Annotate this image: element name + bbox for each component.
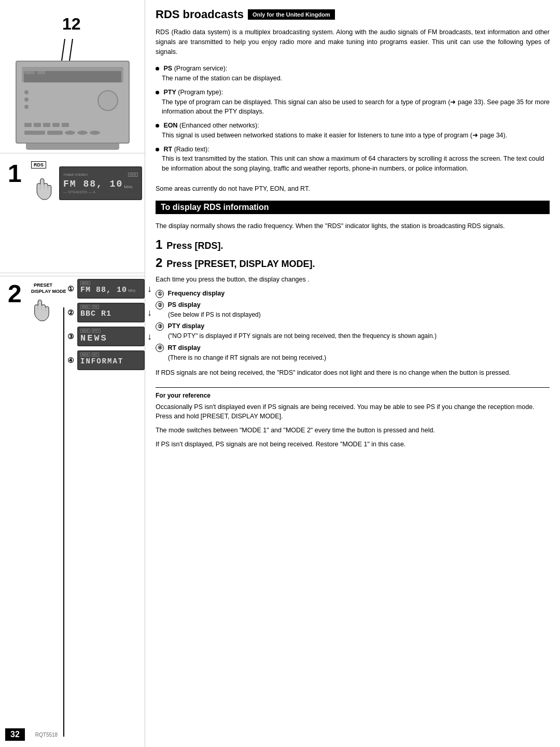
rds-title: RDS broadcasts [156,8,244,21]
bullet-eon: EON (Enhanced other networks): This sign… [156,121,550,140]
seq-display-3: RDS PTY NEWS [77,327,145,346]
bullet-ps: PS (Program service): The name of the st… [156,64,550,83]
seq-display-text-4: INFORMAT [80,357,142,365]
num-circle-2: ② [156,301,164,309]
step-number-1: 1 [8,161,22,186]
pty-badge-seq3: PTY [92,329,101,333]
rt-badge-seq4: RT [92,353,99,357]
rds-badge-seq2: RDS [80,305,90,309]
hand-cursor-icon-2 [29,297,54,326]
right-panel: RDS broadcasts Only for the United Kingd… [145,0,560,747]
step-number-12: 12 [62,15,81,34]
bullet-dot-pty [156,91,159,94]
seq-display-text-2: BBC R1 [80,309,142,318]
reference-para-2: The mode switches between "MODE 1" and "… [156,426,550,435]
seq-display-4: RDS RT INFORMAT [77,350,145,370]
bullet-body-rt: This is text transmitted by the station.… [162,154,550,174]
speakers-indicator: — SPEAKERS — A [63,190,138,194]
seq-item-3: ③ RDS PTY NEWS ↓ [67,327,142,346]
step1-text: Press [RDS]. [166,241,223,251]
sequence-displays: ① RDS FM 88, 10 MHz ↓ [67,279,142,374]
step1-area: 1 RDS TUNED STEREO RDS FM 88, 10 MHz [0,156,145,270]
seq-display-1: RDS FM 88, 10 MHz [77,279,145,299]
rds-label-box: RDS [31,161,46,168]
step-number-2: 2 [8,280,22,307]
ps-badge-seq2: PS [92,305,99,309]
bullet-dot-eon [156,124,159,128]
display-mode-label: DISPLAY MODE [31,289,66,294]
bullet-title-eon: EON [163,122,177,129]
left-panel: 12 [0,0,145,747]
mhz-seq1: MHz [128,289,135,292]
arrow-down-2: ↓ [147,307,152,318]
step2-number: 2 [156,257,162,269]
bullet-dot-ps [156,67,159,71]
step2-area: 2 PRESET DISPLAY MODE ① [0,276,145,742]
reference-section: For your reference Occasionally PS isn't… [156,387,550,454]
seq-item-1: ① RDS FM 88, 10 MHz ↓ [67,279,142,299]
sequence-arrow-line [63,307,64,737]
rds-badge-seq3: RDS [80,329,90,333]
num-title-4: RT display [167,344,200,351]
bullet-body-pty: The type of program can be displayed. Th… [162,97,550,117]
num-sub-4: (There is no change if RT signals are no… [168,353,550,363]
num-title-1: Frequency display [167,290,225,297]
bullet-dot-rt [156,148,159,151]
seq-num-2: ② [67,308,74,317]
num-item-4: ④ RT display (There is no change if RT s… [156,343,550,363]
rds-broadcasts-header: RDS broadcasts Only for the United Kingd… [156,8,550,21]
step1-instruction: 1 Press [RDS]. [156,238,550,251]
num-item-1: ① Frequency display [156,288,550,299]
numbered-items-list: ① Frequency display ② PS display (See be… [156,288,550,364]
rds-badge: RDS [128,173,138,177]
page-number: 32 [5,728,25,741]
tuned-stereo-indicator: TUNED STEREO [63,173,88,176]
num-item-2: ② PS display (See below if PS is not dis… [156,300,550,320]
bullet-body-eon: This signal is used between networked st… [162,131,550,140]
intro-description: RDS (Radio data system) is a multiplex b… [156,27,550,57]
num-circle-1: ① [156,290,164,298]
fm-display-screen-1: TUNED STEREO RDS FM 88, 10 MHz — SPEAKER… [59,166,142,200]
bullet-body-ps: The name of the station can be displayed… [162,74,550,83]
left-divider-2 [0,273,145,273]
no-pty-note: Some areas currently do not have PTY, EO… [156,185,550,192]
bullet-title-ps: PS [163,65,172,72]
arrow-down-1: ↓ [147,284,152,294]
section-header-rds-info: To display RDS information [156,201,550,214]
bullet-pty: PTY (Program type): The type of program … [156,88,550,117]
step2-text: Press [PRESET, DISPLAY MODE]. [166,259,315,270]
bullet-title-rt: RT [163,146,172,153]
num-sub-3: ("NO PTY" is displayed if PTY signals ar… [168,331,550,341]
bullet-rt: RT (Radio text): This is text transmitte… [156,145,550,174]
reference-para-3: If PS isn't displayed, PS signals are no… [156,440,550,449]
num-circle-3: ③ [156,322,164,331]
mhz-label-1: MHz [124,185,132,189]
display-normal-text: The display normally shows the radio fre… [156,221,550,231]
num-item-3: ③ PTY display ("NO PTY" is displayed if … [156,321,550,341]
reference-title: For your reference [156,392,550,399]
seq-item-2: ② RDS PS BBC R1 ↓ [67,303,142,322]
page-footer: 32 RQT5518 [5,728,58,741]
reference-para-1: Occasionally PS isn't displayed even if … [156,402,550,422]
seq-display-text-3: NEWS [80,333,142,343]
seq-display-text-1: FM 88, 10 [80,286,127,294]
rds-badge-seq1: RDS [80,281,90,285]
each-time-text: Each time you press the button, the disp… [156,275,550,285]
uk-only-badge: Only for the United Kingdom [248,9,335,20]
step1-number: 1 [156,238,162,251]
step2-instruction: 2 Press [PRESET, DISPLAY MODE]. [156,257,550,270]
rqt-code: RQT5518 [35,732,58,738]
arrow-down-3: ↓ [147,331,152,342]
rds-badge-seq4: RDS [80,353,90,357]
rds-no-signal-note: If RDS signals are not being received, t… [156,368,550,378]
seq-display-2: RDS PS BBC R1 [77,303,145,322]
num-title-3: PTY display [167,322,204,330]
num-title-2: PS display [167,301,200,308]
frequency-display-text-1: FM 88, 10 [63,179,123,189]
seq-num-1: ① [67,285,74,293]
hand-cursor-icon-1 [32,176,55,204]
preset-label: PRESET [34,283,52,288]
seq-num-4: ④ [67,356,74,364]
seq-item-4: ④ RDS RT INFORMAT [67,350,142,370]
seq-num-3: ③ [67,332,74,341]
